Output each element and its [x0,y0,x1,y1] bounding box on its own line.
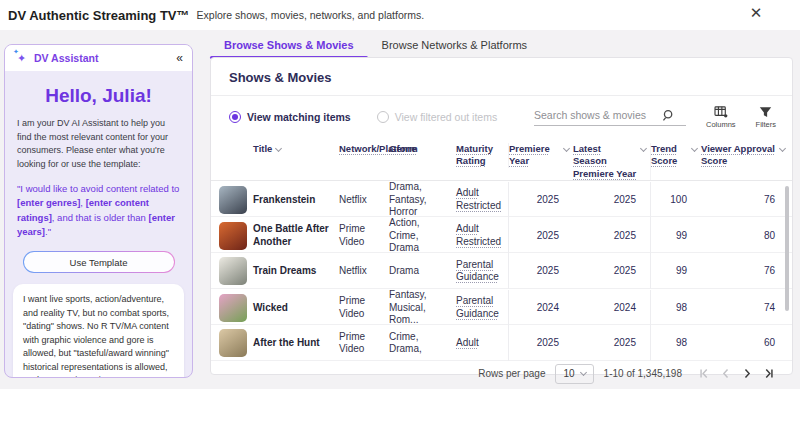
table-row[interactable]: After the Hunt Prime Video Crime, Drama,… [211,325,792,361]
columns-button[interactable]: Columns [706,106,736,129]
table-row[interactable]: Train Dreams Netflix Drama Parental Guid… [211,253,792,289]
table-body: Frankenstein Netflix Drama, Fantasy, Hor… [211,181,792,361]
latest-season-year-cell: 2025 [573,218,651,254]
sort-chevron-icon [779,145,786,152]
assistant-greeting: Hello, Julia! [5,85,192,107]
maturity-cell: Adult Restricted [456,187,502,212]
header-latest-season-premiere-year[interactable]: Latest Season Premiere Year [573,143,651,180]
app-subtitle: Explore shows, movies, networks, and pla… [197,9,425,21]
latest-season-year-cell: 2025 [573,325,651,361]
last-page-button[interactable] [760,365,778,383]
top-header: DV Authentic Streaming TV™ Explore shows… [0,0,800,30]
dv-assistant-panel: ✦✦ DV Assistant « Hello, Julia! I am you… [4,44,193,378]
trend-score-cell: 99 [651,230,701,243]
search-icon[interactable] [662,109,675,122]
radio-view-filtered-out[interactable]: View filtered out items [377,111,498,123]
assistant-header: ✦✦ DV Assistant « [5,45,192,71]
columns-label: Columns [706,120,736,129]
pagination-range: 1-10 of 1,345,198 [604,368,682,379]
maturity-cell: Adult [456,337,479,350]
sort-chevron-icon [640,145,647,152]
poster-thumbnail [219,257,247,285]
genre-cell: Fantasy, Musical, Rom... [389,289,456,327]
network-cell: Netflix [339,265,389,278]
close-icon[interactable]: ✕ [746,3,766,23]
sort-chevron-icon [275,145,282,152]
radio-selected-icon [229,111,241,123]
assistant-intro-text: I am your DV AI Assistant to help you fi… [17,117,180,171]
previous-page-button[interactable] [716,365,734,383]
network-cell: Prime Video [339,223,389,248]
footer-bar: Create a List Name* Save Download Procee… [0,389,800,431]
next-page-button[interactable] [738,365,756,383]
assistant-title: DV Assistant [34,52,176,64]
premiere-year-cell: 2025 [509,337,573,350]
app-title: DV Authentic Streaming TV™ [8,8,190,23]
filter-funnel-icon [759,106,772,118]
genre-cell: Drama, Fantasy, Horror [389,181,456,219]
rows-per-page-select[interactable]: 10 [555,364,593,384]
latest-season-year-cell: 2025 [573,182,651,218]
viewer-approval-cell: 80 [701,230,789,243]
use-template-button[interactable]: Use Template [23,251,175,273]
trend-score-cell: 99 [651,265,701,278]
poster-thumbnail [219,329,247,357]
table-header-row: Title Network/Platform Genre Maturity Ra… [211,138,792,181]
viewer-approval-cell: 76 [701,265,789,278]
genre-cell: Action, Crime, Drama [389,217,456,255]
chevron-down-icon [580,369,587,376]
title-cell: After the Hunt [253,337,339,350]
title-cell: Wicked [253,302,339,315]
header-title[interactable]: Title [253,143,339,155]
poster-thumbnail [219,222,247,250]
shows-movies-panel: Shows & Movies View matching items View … [210,57,793,375]
template-segment: ." [45,226,51,237]
tab-browse-networks-platforms[interactable]: Browse Networks & Platforms [368,37,541,58]
app-window: DV Authentic Streaming TV™ Explore shows… [0,0,800,431]
network-cell: Prime Video [339,295,389,320]
table-scrollbar[interactable] [785,186,789,311]
poster-thumbnail [219,294,247,322]
main-tabs: Browse Shows & Movies Browse Networks & … [210,37,541,58]
header-premiere-year[interactable]: Premiere Year [509,143,573,168]
latest-season-year-cell: 2025 [573,253,651,289]
title-cell: One Battle After Another [253,223,339,248]
radio-view-matching[interactable]: View matching items [229,111,351,123]
latest-season-year-cell: 2024 [573,290,651,326]
title-cell: Frankenstein [253,194,339,207]
header-maturity-rating[interactable]: Maturity Rating [456,143,509,168]
table-row[interactable]: Wicked Prime Video Fantasy, Musical, Rom… [211,289,792,325]
header-viewer-approval-score[interactable]: Viewer Approval Score [701,143,789,168]
premiere-year-cell: 2025 [509,265,573,278]
trend-score-cell: 98 [651,337,701,350]
header-network-platform[interactable]: Network/Platform [339,143,389,155]
rows-per-page-label: Rows per page [478,368,545,379]
sort-chevron-icon [691,145,698,152]
tab-browse-shows-movies[interactable]: Browse Shows & Movies [210,37,368,58]
header-trend-score[interactable]: Trend Score [651,143,701,168]
network-cell: Prime Video [339,331,389,356]
search-box [534,109,686,126]
header-genre[interactable]: Genre [389,143,456,155]
premiere-year-cell: 2024 [509,302,573,315]
template-segment: "I would like to avoid content related t… [17,183,179,194]
premiere-year-cell: 2025 [509,230,573,243]
first-page-button[interactable] [694,365,712,383]
radio-unselected-icon [377,111,389,123]
collapse-sidebar-icon[interactable]: « [176,51,183,65]
trend-score-cell: 100 [651,194,701,207]
search-input[interactable] [534,109,662,121]
filters-button[interactable]: Filters [756,106,776,129]
panel-title: Shows & Movies [211,58,792,96]
radio-filtered-label: View filtered out items [395,111,498,123]
sort-chevron-icon [563,145,570,152]
table-row[interactable]: Frankenstein Netflix Drama, Fantasy, Hor… [211,181,792,217]
user-message-card: I want live sports, action/adventure, an… [13,284,184,378]
sparkle-icon: ✦✦ [14,51,29,65]
table-controls: View matching items View filtered out it… [211,96,792,138]
table-row[interactable]: One Battle After Another Prime Video Act… [211,217,792,253]
user-message-text: I want live sports, action/adventure, an… [23,294,169,378]
maturity-cell: Parental Guidance [456,259,502,284]
premiere-year-cell: 2025 [509,194,573,207]
template-segment: , and that is older than [52,212,149,223]
